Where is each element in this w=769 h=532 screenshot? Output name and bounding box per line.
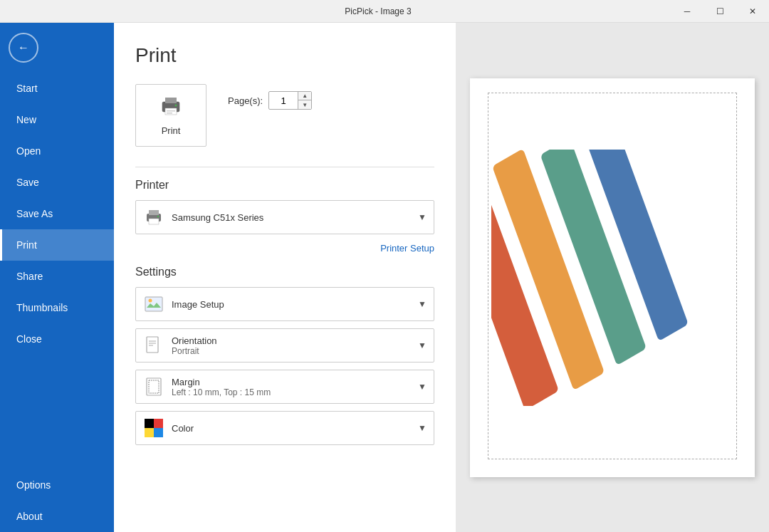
sidebar-item-thumbnails[interactable]: Thumbnails [0,292,114,323]
content-area: Print Print [114,23,769,532]
image-setup-icon [143,293,164,315]
svg-rect-8 [149,219,159,224]
preview-page [470,78,755,477]
color-arrow: ▼ [418,423,427,433]
divider-1 [135,167,434,167]
printer-dropdown-arrow: ▼ [418,212,427,222]
color-icon [143,417,164,439]
maximize-button[interactable]: ☐ [703,0,736,23]
image-setup-label: Image Setup [172,299,418,310]
minimize-button[interactable]: ─ [671,0,703,23]
back-button[interactable]: ← [9,33,38,63]
sidebar-item-share[interactable]: Share [0,261,114,292]
sidebar-item-print[interactable]: Print [0,229,114,261]
orientation-label: Orientation [172,335,418,346]
sidebar-item-open[interactable]: Open [0,135,114,167]
orientation-arrow: ▼ [418,340,427,350]
print-title: Print [135,44,434,67]
svg-point-9 [157,216,159,217]
settings-section-title: Settings [135,266,434,278]
margin-dropdown[interactable]: Margin Left : 10 mm, Top : 15 mm ▼ [135,370,434,404]
orientation-value: Portrait [172,346,418,356]
orientation-text: Orientation Portrait [172,335,418,356]
image-setup-arrow: ▼ [418,299,427,309]
sidebar-item-close[interactable]: Close [0,323,114,355]
image-setup-dropdown[interactable]: Image Setup ▼ [135,287,434,321]
orientation-icon [143,335,164,356]
printer-setup-link[interactable]: Printer Setup [380,243,434,254]
svg-rect-4 [167,110,175,112]
sidebar: ← Start New Open Save Save As Print Shar… [0,23,114,532]
printer-setup-container: Printer Setup [135,241,434,254]
svg-rect-7 [149,210,159,215]
print-btn-label: Print [150,125,192,136]
margin-arrow: ▼ [418,382,427,392]
margin-value: Left : 10 mm, Top : 15 mm [172,387,418,397]
preview-area [456,23,769,532]
printer-dropdown[interactable]: Samsung C51x Series ▼ [135,200,434,234]
sidebar-item-about[interactable]: About [0,501,114,532]
color-label: Color [172,423,418,434]
margin-icon [143,376,164,397]
pages-input[interactable] [269,94,298,108]
spin-arrows: ▲ ▼ [298,92,311,109]
orientation-dropdown[interactable]: Orientation Portrait ▼ [135,328,434,363]
margin-label: Margin [172,377,418,387]
sidebar-item-save[interactable]: Save [0,167,114,198]
margin-text: Margin Left : 10 mm, Top : 15 mm [172,377,418,397]
printer-dropdown-icon [143,207,164,228]
titlebar-title: PicPick - Image 3 [85,6,671,16]
sidebar-item-start[interactable]: Start [0,73,114,104]
preview-dashed-border [488,93,737,459]
titlebar-controls: ─ ☐ ✕ [671,0,769,23]
printer-name: Samsung C51x Series [172,212,418,223]
sidebar-item-new[interactable]: New [0,104,114,135]
svg-rect-10 [145,297,162,311]
sidebar-item-save-as[interactable]: Save As [0,198,114,229]
printer-section-title: Printer [135,179,434,192]
app-body: ← Start New Open Save Save As Print Shar… [0,23,769,532]
pages-label: Page(s): [228,95,263,106]
svg-point-11 [149,299,152,303]
svg-point-3 [175,105,177,107]
svg-rect-5 [167,113,172,114]
close-button[interactable]: ✕ [736,0,769,23]
print-panel: Print Print [114,23,456,532]
spin-up[interactable]: ▲ [298,92,311,100]
svg-rect-12 [147,337,158,353]
spin-down[interactable]: ▼ [298,100,311,109]
image-setup-text: Image Setup [172,299,418,310]
print-button[interactable]: Print [135,84,206,147]
color-dropdown[interactable]: Color ▼ [135,411,434,445]
sidebar-item-options[interactable]: Options [0,469,114,501]
pages-spinbox[interactable]: ▲ ▼ [268,91,312,110]
sidebar-spacer [0,355,114,469]
printer-name-text: Samsung C51x Series [172,212,418,223]
svg-rect-1 [165,98,177,103]
print-icon [150,95,192,122]
color-text: Color [172,423,418,434]
titlebar: PicPick - Image 3 ─ ☐ ✕ [0,0,769,23]
